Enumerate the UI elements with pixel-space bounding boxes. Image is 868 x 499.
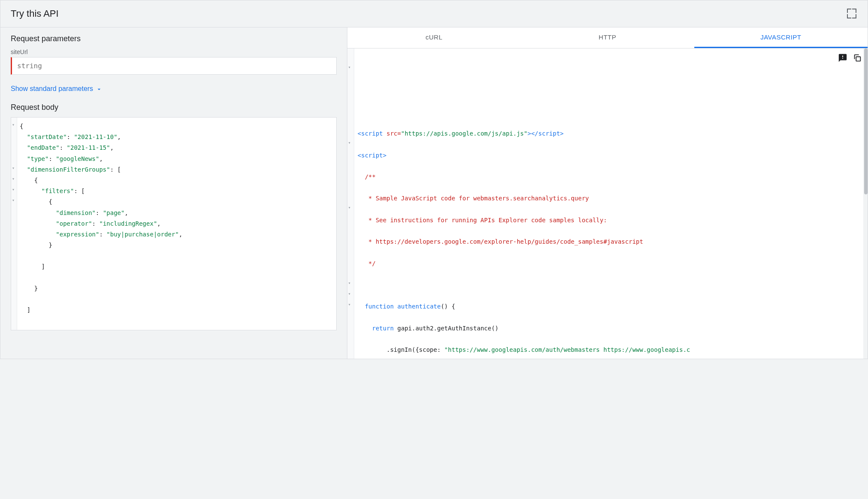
feedback-icon[interactable] (838, 53, 848, 63)
code-viewer[interactable]: ▾ ▾ ▾ ▾ ▾ ▾ <script s (347, 48, 868, 359)
code-gutter: ▾ ▾ ▾ ▾ ▾ ▾ (347, 48, 354, 359)
tab-curl[interactable]: cURL (347, 27, 521, 48)
siteurl-label: siteUrl (11, 48, 337, 55)
code-line: * Sample JavaScript code for webmasters.… (358, 193, 863, 204)
request-parameters-heading: Request parameters (11, 34, 337, 43)
fold-marker-icon[interactable]: ▾ (348, 290, 351, 298)
code-line: "dimensionFilterGroups": [ (20, 164, 333, 175)
copy-icon[interactable] (852, 53, 862, 63)
fold-marker-icon[interactable]: ▾ (348, 279, 351, 287)
tab-http[interactable]: HTTP (521, 27, 694, 48)
code-line: * See instructions for running APIs Expl… (358, 215, 863, 226)
tab-javascript[interactable]: JAVASCRIPT (694, 27, 868, 48)
siteurl-input[interactable] (11, 57, 337, 75)
scrollbar-thumb[interactable] (864, 48, 868, 194)
code-line: return gapi.auth2.getAuthInstance() (358, 323, 863, 334)
code-line: "operator": "includingRegex", (20, 218, 333, 229)
request-body-editor[interactable]: ▾ ▾ ▾ ▾ ▾ { "startDate": "2021-11-10", "… (11, 117, 337, 330)
scrollbar[interactable] (863, 48, 868, 359)
code-line: <script src="https://apis.google.com/js/… (358, 128, 863, 139)
fold-marker-icon[interactable]: ▾ (12, 121, 15, 129)
request-body-heading: Request body (11, 103, 337, 112)
code-line: * https://developers.google.com/explorer… (358, 236, 863, 247)
api-explorer-panel: Try this API Request parameters siteUrl … (0, 0, 868, 359)
code-line (20, 294, 333, 305)
panel-header: Try this API (0, 0, 868, 27)
code-line (20, 272, 333, 283)
code-line (358, 280, 863, 290)
code-line: "dimension": "page", (20, 208, 333, 218)
editor-gutter: ▾ ▾ ▾ ▾ ▾ (11, 118, 17, 330)
fold-marker-icon[interactable]: ▾ (348, 64, 351, 71)
code-line: ] (20, 305, 333, 315)
code-line: "type": "googleNews", (20, 154, 333, 164)
fold-marker-icon[interactable]: ▾ (12, 164, 15, 172)
code-line: /** (358, 172, 863, 182)
request-panel: Request parameters siteUrl Show standard… (0, 27, 347, 359)
code-line: { (20, 121, 333, 132)
code-tabs: cURL HTTP JAVASCRIPT (347, 27, 868, 48)
panel-title: Try this API (11, 8, 59, 19)
code-line: "startDate": "2021-11-10", (20, 132, 333, 142)
fullscreen-exit-icon[interactable] (847, 9, 857, 19)
chevron-down-icon (96, 86, 102, 92)
code-toolbar (838, 53, 862, 63)
code-line: "filters": [ (20, 186, 333, 197)
code-line: ] (20, 261, 333, 272)
fold-marker-icon[interactable]: ▾ (12, 197, 15, 204)
code-line (20, 315, 333, 326)
svg-rect-0 (856, 57, 860, 61)
fold-marker-icon[interactable]: ▾ (12, 175, 15, 183)
code-line: function authenticate() { (358, 301, 863, 312)
code-line: "endDate": "2021-11-15", (20, 142, 333, 153)
code-line: } (20, 240, 333, 251)
code-line: .signIn({scope: "https://www.googleapis.… (358, 345, 863, 355)
code-line: <script> (358, 150, 863, 161)
main-content: Request parameters siteUrl Show standard… (0, 27, 868, 359)
code-line: } (20, 283, 333, 294)
fold-marker-icon[interactable]: ▾ (348, 301, 351, 308)
code-line: */ (358, 258, 863, 269)
code-line: "expression": "buy|purchase|order", (20, 229, 333, 240)
fold-marker-icon[interactable]: ▾ (12, 186, 15, 194)
show-standard-label: Show standard parameters (11, 85, 93, 93)
code-line: { (20, 197, 333, 207)
code-sample-panel: cURL HTTP JAVASCRIPT ▾ ▾ ▾ ▾ ▾ ▾ (347, 27, 868, 359)
fold-marker-icon[interactable]: ▾ (348, 204, 351, 212)
code-line (20, 251, 333, 261)
code-line: { (20, 175, 333, 186)
show-standard-parameters-link[interactable]: Show standard parameters (11, 85, 337, 93)
fold-marker-icon[interactable]: ▾ (348, 139, 351, 147)
